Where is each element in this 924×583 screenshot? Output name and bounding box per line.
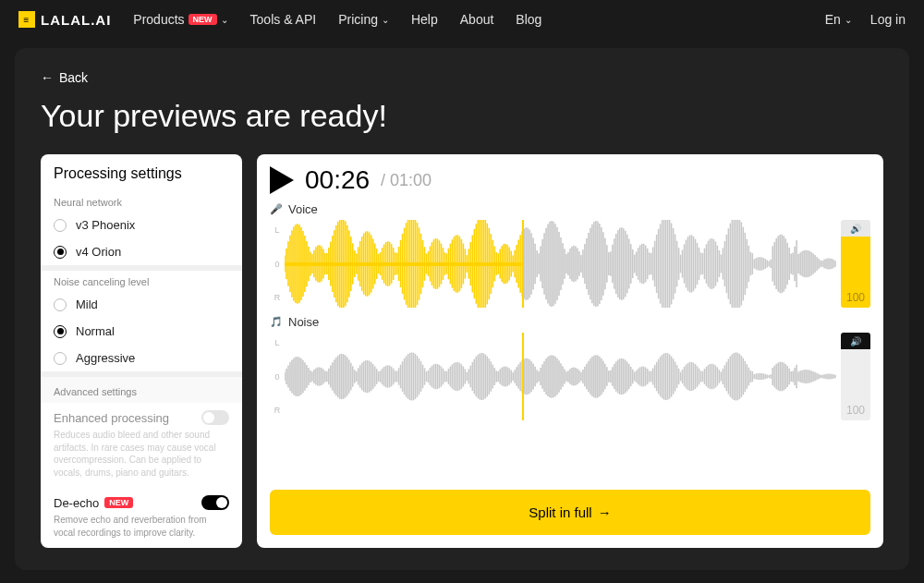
playhead[interactable]	[522, 220, 524, 308]
voice-volume-bar[interactable]: 100	[841, 237, 870, 308]
radio-icon	[54, 325, 67, 338]
track-noise-label: Noise	[288, 315, 319, 329]
noise-section-label: Noise canceling level	[41, 271, 242, 291]
time-current: 00:26	[305, 165, 370, 195]
nav-pricing[interactable]: Pricing ⌄	[338, 12, 389, 27]
deecho-title: De-echo NEW	[54, 496, 133, 510]
track-voice: 🎤 Voice L 0 R 🔊	[270, 202, 870, 308]
ch-l: L	[270, 338, 285, 347]
nav-links: Products NEW ⌄ Tools & API Pricing ⌄ Hel…	[133, 12, 541, 27]
deecho-item: De-echo NEW Remove echo and reverberatio…	[41, 488, 242, 548]
settings-title: Processing settings	[41, 154, 242, 191]
noise-mute-button[interactable]: 🔊	[841, 333, 870, 349]
deecho-toggle[interactable]	[201, 495, 229, 510]
enhanced-processing-item: Enhanced processing Reduces audio bleed …	[41, 403, 242, 488]
mic-icon: 🎤	[270, 203, 283, 215]
nav-blog[interactable]: Blog	[516, 12, 541, 27]
radio-mild[interactable]: Mild	[41, 291, 242, 318]
radio-label: Aggressive	[76, 351, 135, 365]
preview-panel: 00:26 / 01:00 🎤 Voice L 0 R	[257, 154, 883, 548]
deecho-desc: Remove echo and reverberation from vocal…	[54, 514, 229, 539]
radio-icon	[54, 352, 67, 365]
split-button[interactable]: Split in full →	[270, 490, 870, 535]
track-voice-header: 🎤 Voice	[270, 202, 870, 216]
main-panel: ← Back Your previews are ready! Processi…	[15, 48, 909, 570]
arrow-left-icon: ←	[41, 70, 54, 85]
enhanced-toggle[interactable]	[201, 410, 229, 425]
voice-waveform[interactable]	[285, 220, 837, 308]
enhanced-desc: Reduces audio bleed and other sound arti…	[54, 429, 229, 479]
chevron-down-icon: ⌄	[221, 15, 228, 25]
radio-icon	[54, 246, 67, 259]
radio-label: Mild	[76, 298, 98, 311]
new-badge: NEW	[104, 497, 133, 508]
channel-labels: L 0 R	[270, 220, 285, 308]
deecho-title-text: De-echo	[54, 496, 99, 510]
channel-labels: L 0 R	[270, 333, 285, 420]
playhead[interactable]	[522, 333, 524, 420]
track-noise-header: 🎵 Noise	[270, 315, 870, 329]
chevron-down-icon: ⌄	[845, 15, 852, 25]
nav-help[interactable]: Help	[411, 12, 438, 27]
ch-0: 0	[270, 372, 285, 382]
arrow-right-icon: →	[598, 504, 612, 520]
split-label: Split in full	[529, 504, 591, 520]
nav-blog-label: Blog	[516, 12, 541, 27]
advanced-label: Advanced settings	[41, 377, 242, 403]
back-label: Back	[59, 70, 88, 85]
lang-label: En	[825, 12, 841, 27]
radio-label: v3 Phoenix	[76, 218, 135, 232]
radio-label: v4 Orion	[76, 245, 121, 259]
noise-waveform-area: L 0 R 🔊 100	[270, 333, 870, 420]
login-link[interactable]: Log in	[870, 12, 906, 27]
brand-name: LALAL.AI	[41, 12, 111, 28]
play-button[interactable]	[270, 166, 294, 194]
radio-aggressive[interactable]: Aggressive	[41, 345, 242, 371]
chevron-down-icon: ⌄	[382, 15, 389, 25]
settings-panel: Processing settings Neural network v3 Ph…	[41, 154, 242, 548]
radio-icon	[54, 298, 67, 311]
new-badge: NEW	[188, 14, 217, 25]
ch-l: L	[270, 225, 285, 235]
nav-about[interactable]: About	[460, 12, 494, 27]
nav-right: En ⌄ Log in	[825, 12, 906, 27]
nav-tools-label: Tools & API	[250, 12, 317, 27]
navbar: ≡ LALAL.AI Products NEW ⌄ Tools & API Pr…	[0, 0, 924, 39]
ch-r: R	[270, 293, 285, 302]
login-label: Log in	[870, 12, 906, 27]
nav-products[interactable]: Products NEW ⌄	[133, 12, 227, 27]
radio-normal[interactable]: Normal	[41, 318, 242, 345]
neural-section-label: Neural network	[41, 191, 242, 212]
nav-about-label: About	[460, 12, 494, 27]
logo[interactable]: ≡ LALAL.AI	[18, 11, 111, 28]
nav-help-label: Help	[411, 12, 438, 27]
ch-r: R	[270, 406, 285, 415]
player-header: 00:26 / 01:00	[270, 165, 870, 195]
noise-waveform[interactable]	[285, 333, 837, 420]
lang-switch[interactable]: En ⌄	[825, 12, 852, 27]
radio-v3-phoenix[interactable]: v3 Phoenix	[41, 212, 242, 238]
time-total: / 01:00	[381, 171, 432, 190]
ch-0: 0	[270, 260, 285, 269]
voice-waveform-area: L 0 R 🔊 100	[270, 220, 870, 308]
noise-volume: 🔊 100	[841, 333, 870, 420]
note-icon: 🎵	[270, 316, 283, 328]
nav-tools[interactable]: Tools & API	[250, 12, 317, 27]
radio-icon	[54, 219, 67, 232]
noise-volume-bar[interactable]: 100	[841, 349, 870, 420]
back-link[interactable]: ← Back	[41, 70, 883, 85]
played-region	[285, 262, 522, 266]
nav-products-label: Products	[133, 12, 184, 27]
page-title: Your previews are ready!	[41, 98, 883, 134]
enhanced-title: Enhanced processing	[54, 411, 169, 425]
svg-marker-0	[270, 166, 294, 194]
voice-volume: 🔊 100	[841, 220, 870, 308]
radio-v4-orion[interactable]: v4 Orion	[41, 238, 242, 265]
track-voice-label: Voice	[288, 202, 318, 216]
radio-label: Normal	[76, 324, 115, 338]
nav-pricing-label: Pricing	[338, 12, 378, 27]
track-noise: 🎵 Noise L 0 R 🔊 100	[270, 315, 870, 420]
voice-mute-button[interactable]: 🔊	[841, 220, 870, 237]
content-row: Processing settings Neural network v3 Ph…	[41, 154, 883, 548]
logo-icon: ≡	[18, 11, 35, 28]
